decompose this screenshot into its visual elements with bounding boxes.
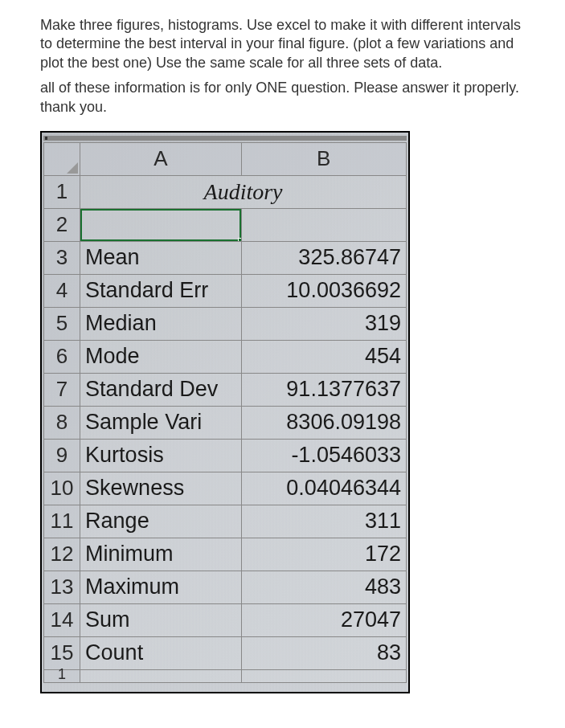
row-header-9[interactable]: 9	[44, 439, 80, 472]
cell-a13[interactable]: Maximum	[80, 571, 241, 603]
cell-a6[interactable]: Mode	[80, 340, 241, 373]
cell-b6[interactable]: 454	[241, 340, 406, 373]
row-header-5[interactable]: 5	[44, 307, 80, 340]
cell-b13[interactable]: 483	[241, 571, 406, 603]
row-header-12[interactable]: 12	[44, 538, 80, 571]
instruction-text-1: Make three figures, histograms. Use exce…	[40, 16, 525, 72]
row-header-7[interactable]: 7	[44, 373, 80, 406]
row-header-14[interactable]: 14	[44, 603, 80, 636]
cell-b5[interactable]: 319	[241, 307, 406, 340]
cell-b7[interactable]: 91.1377637	[241, 373, 406, 406]
cell-b14[interactable]: 27047	[241, 603, 406, 636]
row-header-13[interactable]: 13	[44, 571, 80, 603]
instruction-text-2: all of these information is for only ONE…	[40, 79, 525, 117]
excel-grid: A B 1 Auditory 2 3 Mean 325.86747 4 Stan…	[43, 142, 407, 683]
cell-b9[interactable]: -1.0546033	[241, 439, 406, 472]
active-cell-a2[interactable]	[80, 208, 241, 241]
row-header-8[interactable]: 8	[44, 406, 80, 439]
row-header-4[interactable]: 4	[44, 274, 80, 307]
row-header-2[interactable]: 2	[44, 208, 80, 241]
corner-triangle-icon	[67, 162, 78, 174]
cell-b16[interactable]	[241, 669, 406, 682]
cell-a5[interactable]: Median	[80, 307, 241, 340]
select-all-corner[interactable]	[44, 142, 80, 175]
column-header-a[interactable]: A	[80, 142, 241, 175]
cell-b8[interactable]: 8306.09198	[241, 406, 406, 439]
cell-a12[interactable]: Minimum	[80, 538, 241, 571]
cell-a10[interactable]: Skewness	[80, 472, 241, 505]
cell-b3[interactable]: 325.86747	[241, 241, 406, 274]
cell-a4[interactable]: Standard Err	[80, 274, 241, 307]
spreadsheet-screenshot: A B 1 Auditory 2 3 Mean 325.86747 4 Stan…	[40, 131, 410, 693]
row-header-15[interactable]: 15	[44, 636, 80, 669]
row-header-6[interactable]: 6	[44, 340, 80, 373]
selection-border	[80, 208, 241, 241]
cell-b10[interactable]: 0.04046344	[241, 472, 406, 505]
cell-a9[interactable]: Kurtosis	[80, 439, 241, 472]
cell-a11[interactable]: Range	[80, 505, 241, 538]
cell-b2[interactable]	[241, 208, 406, 241]
cell-b11[interactable]: 311	[241, 505, 406, 538]
merged-title-cell[interactable]: Auditory	[80, 175, 407, 208]
cell-a16[interactable]	[80, 669, 241, 682]
formula-bar-edge	[43, 136, 407, 141]
cell-b15[interactable]: 83	[241, 636, 406, 669]
cell-a3[interactable]: Mean	[80, 241, 241, 274]
column-header-b[interactable]: B	[241, 142, 406, 175]
fill-handle[interactable]	[238, 238, 242, 242]
cell-a15[interactable]: Count	[80, 636, 241, 669]
row-header-16-partial[interactable]: 1	[44, 669, 80, 682]
cell-a7[interactable]: Standard Dev	[80, 373, 241, 406]
cell-b4[interactable]: 10.0036692	[241, 274, 406, 307]
cell-b12[interactable]: 172	[241, 538, 406, 571]
cell-a14[interactable]: Sum	[80, 603, 241, 636]
row-header-10[interactable]: 10	[44, 472, 80, 505]
row-header-3[interactable]: 3	[44, 241, 80, 274]
cell-a8[interactable]: Sample Vari	[80, 406, 241, 439]
row-header-11[interactable]: 11	[44, 505, 80, 538]
row-header-1[interactable]: 1	[44, 175, 80, 208]
